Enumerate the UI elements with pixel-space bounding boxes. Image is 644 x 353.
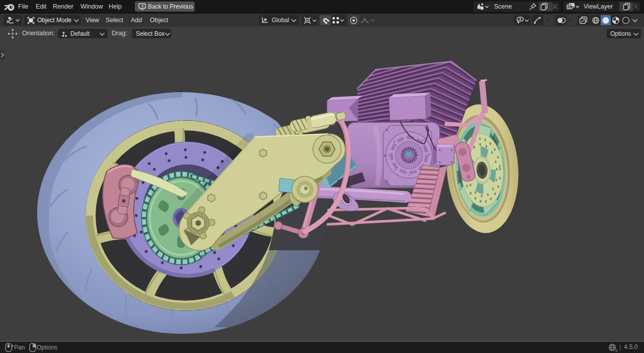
svg-text:8: 8 (615, 348, 618, 352)
